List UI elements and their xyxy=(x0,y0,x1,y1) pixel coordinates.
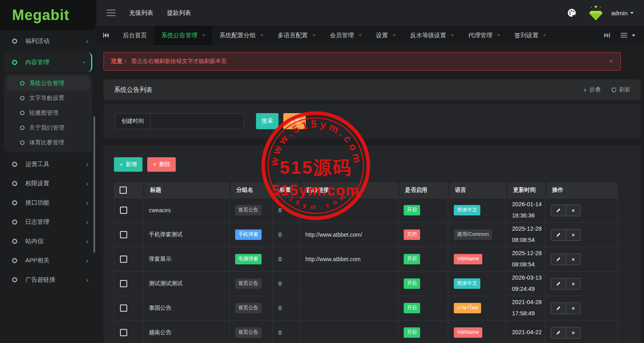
sidebar-item-app[interactable]: APP相关 › xyxy=(0,251,96,270)
table-panel: + 新增 × 删除 标题 分组名 权重 xyxy=(104,145,641,343)
tab-home[interactable]: 后台首页 xyxy=(116,26,154,45)
remove-button[interactable]: × xyxy=(566,229,580,240)
row-checkbox[interactable] xyxy=(120,304,127,312)
sidebar-item-content-mgmt[interactable]: 内容管理 › xyxy=(4,52,92,72)
tabbar-end xyxy=(604,26,644,45)
sidebar-item-logs[interactable]: 日志管理 › xyxy=(0,212,96,231)
ring-icon xyxy=(12,219,17,225)
sidebar-item-api[interactable]: 接口功能 › xyxy=(0,193,96,212)
cell-time: 08:08:54 xyxy=(512,259,545,270)
ring-icon xyxy=(12,39,17,44)
close-icon[interactable]: × xyxy=(451,32,454,38)
col-enabled: 是否启用 xyxy=(398,182,448,198)
remove-button[interactable]: × xyxy=(566,205,580,216)
sidebar-item-messages[interactable]: 站内信 › xyxy=(0,231,96,251)
tab-multilang[interactable]: 多语言配置 × xyxy=(270,26,323,45)
cell-weight: 0 xyxy=(273,321,300,343)
tabbar: 后台首页 系统公告管理 × 系统配置分组 × 多语言配置 × 会员管理 × 设置… xyxy=(96,26,644,45)
select-all-checkbox[interactable] xyxy=(120,187,127,194)
col-updated: 更新时间 xyxy=(506,182,545,198)
remove-button[interactable]: × xyxy=(566,278,580,289)
tab-announcement-mgmt[interactable]: 系统公告管理 × xyxy=(154,26,212,45)
hamburger-menu-icon[interactable] xyxy=(107,10,116,16)
sidebar-subitem-label: 关于我们管理 xyxy=(29,124,64,132)
group-badge: 首页公告 xyxy=(235,303,262,313)
row-checkbox[interactable] xyxy=(120,329,127,336)
sidebar-subitem-sports[interactable]: 体育比赛管理 xyxy=(6,135,90,150)
edit-button[interactable] xyxy=(551,205,566,216)
sidebar-item-ad-links[interactable]: 广告超链接 › xyxy=(0,270,96,289)
tab-label: 设置 xyxy=(376,32,388,39)
tab-members[interactable]: 会员管理 × xyxy=(323,26,369,45)
caret-down-icon xyxy=(630,12,634,14)
tab-label: 多语言配置 xyxy=(278,32,308,39)
tab-rebate-levels[interactable]: 反水等级设置 × xyxy=(403,26,461,45)
palette-icon[interactable] xyxy=(567,8,577,18)
refresh-button[interactable]: 刷新 xyxy=(611,86,630,93)
filter-bar: 创建时间 搜索 重置 xyxy=(104,104,641,139)
sidebar-subitem-announcement[interactable]: 系统公告管理 xyxy=(6,76,90,91)
sidebar-item-welfare[interactable]: 福利活动 › xyxy=(0,31,96,51)
topbar-right: admin xyxy=(567,4,634,21)
sidebar: Megabit 福利活动 › 内容管理 › 系统公告管理 文字导航设置 xyxy=(0,0,96,343)
col-actions: 操作 xyxy=(545,182,618,198)
topbar-item-withdraw-list[interactable]: 提款列表 xyxy=(167,9,191,17)
delete-button[interactable]: × 删除 xyxy=(147,157,176,172)
user-menu[interactable]: admin xyxy=(611,10,634,16)
cell-title: 测试测试测试 xyxy=(143,272,230,296)
sidebar-subitem-carousel[interactable]: 轮播图管理 xyxy=(6,106,90,120)
edit-button[interactable] xyxy=(551,254,566,265)
tabs-scroll-last-icon[interactable] xyxy=(604,32,610,38)
tab-settings[interactable]: 设置 × xyxy=(369,26,403,45)
row-checkbox[interactable] xyxy=(120,231,127,238)
close-icon[interactable]: × xyxy=(202,32,205,38)
edit-button[interactable] xyxy=(551,303,566,314)
close-icon[interactable]: × xyxy=(313,32,315,38)
remove-button[interactable]: × xyxy=(566,254,580,265)
tab-agents[interactable]: 代理管理 × xyxy=(461,26,507,45)
tab-list-menu-icon[interactable] xyxy=(621,33,635,38)
sidebar-subitem-text-nav[interactable]: 文字导航设置 xyxy=(6,91,90,106)
row-checkbox[interactable] xyxy=(120,207,127,214)
edit-button[interactable] xyxy=(551,327,566,338)
sidebar-item-label: 内容管理 xyxy=(25,59,49,66)
edit-button[interactable] xyxy=(551,278,566,289)
chevron-right-icon: › xyxy=(86,180,88,187)
sidebar-scrollbar[interactable] xyxy=(93,116,95,253)
cell-link xyxy=(300,272,398,296)
diamond-icon[interactable] xyxy=(587,4,605,21)
edit-button[interactable] xyxy=(551,229,566,240)
pencil-icon xyxy=(556,281,561,286)
row-checkbox[interactable] xyxy=(120,256,127,263)
logo[interactable]: Megabit xyxy=(0,0,96,30)
close-icon[interactable]: × xyxy=(543,32,546,38)
reset-button[interactable]: 重置 xyxy=(283,113,306,129)
sidebar-subitem-about-us[interactable]: 关于我们管理 xyxy=(6,120,90,135)
add-button[interactable]: + 新增 xyxy=(114,157,142,172)
tab-checkin[interactable]: 签到设置 × xyxy=(507,26,553,45)
tab-label: 签到设置 xyxy=(514,32,538,39)
remove-button[interactable]: × xyxy=(566,327,580,338)
sidebar-submenu: 系统公告管理 文字导航设置 轮播图管理 关于我们管理 体育比赛管理 xyxy=(4,74,92,152)
lang-badge: 简体中文 xyxy=(454,205,480,215)
remove-button[interactable]: × xyxy=(566,303,580,314)
close-icon[interactable]: × xyxy=(359,32,362,38)
tab-config-groups[interactable]: 系统配置分组 × xyxy=(212,26,270,45)
tabs-scroll-first-icon[interactable] xyxy=(96,26,116,45)
cell-title: 弹窗展示 xyxy=(143,247,230,272)
sidebar-item-permissions[interactable]: 权限设置 › xyxy=(0,174,96,193)
panel-header: 系统公告列表 » 折叠 刷新 xyxy=(104,79,641,100)
create-time-input[interactable] xyxy=(150,114,244,129)
close-icon[interactable]: × xyxy=(609,58,613,65)
close-icon[interactable]: × xyxy=(260,32,263,38)
row-checkbox[interactable] xyxy=(120,280,127,287)
close-icon[interactable]: × xyxy=(393,32,396,38)
topbar-item-deposit-list[interactable]: 充值列表 xyxy=(129,9,153,17)
sidebar-item-ops-tools[interactable]: 运营工具 › xyxy=(0,154,96,174)
close-icon[interactable]: × xyxy=(497,32,500,38)
collapse-button[interactable]: » 折叠 xyxy=(584,86,601,93)
search-button[interactable]: 搜索 xyxy=(256,113,278,129)
refresh-icon xyxy=(611,87,617,93)
pencil-icon xyxy=(556,306,561,311)
col-weight: 权重 xyxy=(273,182,300,198)
